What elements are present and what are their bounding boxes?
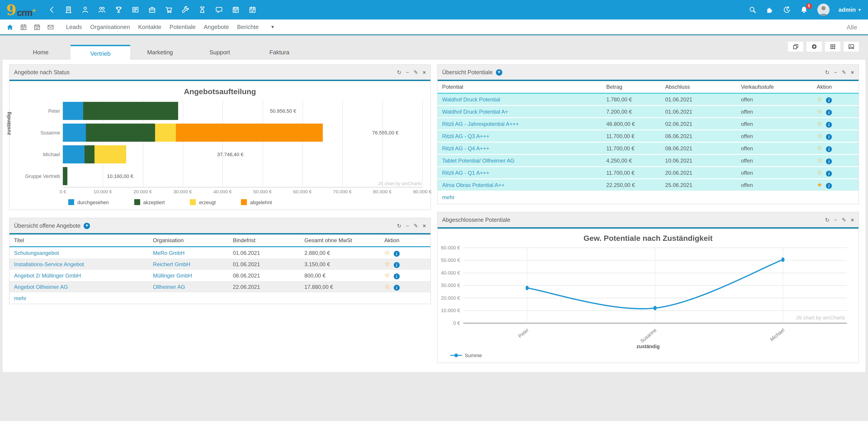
line-point-peter[interactable] <box>526 286 529 290</box>
star-icon[interactable]: ☆ <box>817 169 822 176</box>
edit-icon[interactable]: ✎ <box>842 69 846 75</box>
star-icon[interactable]: ☆ <box>817 157 822 164</box>
potential-link[interactable]: Alma Obras Potential A++ <box>442 182 504 188</box>
tab-faktura[interactable]: Faktura <box>250 45 309 60</box>
image-button[interactable] <box>844 41 859 52</box>
tab-support[interactable]: Support <box>190 45 250 60</box>
close-icon[interactable]: × <box>851 217 854 223</box>
bell-icon[interactable]: 5 <box>800 6 808 14</box>
news-icon[interactable] <box>131 6 140 14</box>
info-icon[interactable]: i <box>826 158 832 164</box>
star-icon[interactable]: ☆ <box>817 145 822 152</box>
legend-item-akzeptiert[interactable]: akzeptiert <box>134 199 164 205</box>
potential-link[interactable]: Ritzli AG - Jahrespotential A+++ <box>442 121 519 127</box>
bar-segment-akzeptiert[interactable] <box>86 123 155 142</box>
minimize-icon[interactable]: − <box>834 69 837 75</box>
nav-link-organisationen[interactable]: Organisationen <box>86 24 134 30</box>
organisation-link[interactable]: MeRo GmbH <box>153 250 184 256</box>
refresh-icon[interactable]: ↻ <box>825 217 830 223</box>
close-icon[interactable]: × <box>423 69 426 75</box>
potential-link[interactable]: Ritzli AG - Q3 A+++ <box>442 133 489 139</box>
info-icon[interactable]: i <box>394 273 400 279</box>
refresh-icon[interactable]: ↻ <box>825 69 830 75</box>
star-icon[interactable]: ☆ <box>384 260 390 268</box>
add-icon[interactable]: + <box>84 223 90 229</box>
user-icon[interactable] <box>81 6 89 14</box>
tab-home[interactable]: Home <box>11 45 70 60</box>
legend-item-erzeugt[interactable]: erzeugt <box>190 199 216 205</box>
bar-segment-durchgesehen[interactable] <box>63 123 86 142</box>
calendar-icon[interactable] <box>20 23 27 31</box>
grid-button[interactable] <box>825 41 840 52</box>
info-icon[interactable]: i <box>826 97 832 103</box>
legend-item-abgelehnt[interactable]: abgelehnt <box>241 199 272 205</box>
wrench-icon[interactable] <box>182 6 190 14</box>
nav-link-angebote[interactable]: Angebote <box>200 24 233 30</box>
potential-link[interactable]: Waldhof Druck Potential <box>442 96 500 103</box>
star-icon[interactable]: ☆ <box>817 96 822 103</box>
hourglass-icon[interactable] <box>198 6 206 14</box>
copy-button[interactable] <box>788 41 803 52</box>
info-icon[interactable]: i <box>826 170 832 176</box>
minimize-icon[interactable]: − <box>406 223 409 228</box>
star-icon[interactable]: ☆ <box>817 120 822 128</box>
tab-vertrieb[interactable]: Vertrieb <box>70 45 130 60</box>
search-icon[interactable] <box>749 6 757 14</box>
nav-link-potentiale[interactable]: Potentiale <box>165 24 200 30</box>
trophy-icon[interactable] <box>115 6 123 14</box>
info-icon[interactable]: i <box>826 109 832 115</box>
bar-segment-akzeptiert[interactable] <box>85 145 95 163</box>
calendar-check-icon[interactable] <box>248 6 256 14</box>
star-icon[interactable]: ☆ <box>384 283 390 290</box>
calendar-icon[interactable] <box>232 6 240 14</box>
nav-more-caret-icon[interactable]: ▼ <box>270 24 275 29</box>
info-icon[interactable]: i <box>826 146 832 152</box>
chat-icon[interactable] <box>215 6 223 14</box>
chevron-left-icon[interactable] <box>48 6 56 14</box>
nav-link-berichte[interactable]: Berichte <box>233 24 263 30</box>
tab-marketing[interactable]: Marketing <box>130 45 190 60</box>
organisation-link[interactable]: Reichert GmbH <box>153 261 190 267</box>
potential-link[interactable]: Waldhof Druck Potential A+ <box>442 108 508 115</box>
bar-segment-erzeugt[interactable] <box>155 123 176 142</box>
user-menu[interactable]: admin ▼ <box>839 6 862 13</box>
logo[interactable]: 9 crm + <box>6 2 36 17</box>
info-icon[interactable]: i <box>826 121 832 128</box>
line-point-michael[interactable] <box>781 257 784 262</box>
bar-segment-erzeugt[interactable] <box>95 145 126 163</box>
angebot-link[interactable]: Angebot Ollheimer AG <box>14 284 68 290</box>
refresh-icon[interactable]: ↻ <box>397 223 401 228</box>
edit-icon[interactable]: ✎ <box>414 69 418 75</box>
bar-segment-akzeptiert[interactable] <box>83 102 178 120</box>
edit-icon[interactable]: ✎ <box>842 217 846 223</box>
history-icon[interactable] <box>783 6 791 14</box>
puzzle-icon[interactable] <box>766 6 774 14</box>
potential-link[interactable]: Tablet Potential/ Ollheimer AG <box>442 157 515 164</box>
refresh-icon[interactable]: ↻ <box>397 69 401 75</box>
angebot-link[interactable]: Installations-Service Angebot <box>14 261 84 267</box>
close-icon[interactable]: × <box>851 69 854 75</box>
plus-circle-button[interactable] <box>807 41 822 52</box>
cart-icon[interactable] <box>165 6 173 14</box>
bar-segment-akzeptiert[interactable] <box>63 167 67 185</box>
potential-link[interactable]: Ritzli AG - Q4 A+++ <box>442 145 489 151</box>
building-icon[interactable] <box>64 6 72 14</box>
briefcase-icon[interactable] <box>148 6 156 14</box>
angebot-link[interactable]: Angebot 2/ Müllinger GmbH <box>14 272 81 279</box>
mail-icon[interactable] <box>47 23 54 31</box>
legend-item-durchgesehen[interactable]: durchgesehen <box>68 199 109 205</box>
home-icon[interactable] <box>6 23 13 31</box>
potential-link[interactable]: Ritzli AG - Q1 A+++ <box>442 170 489 176</box>
bar-segment-durchgesehen[interactable] <box>63 102 83 120</box>
info-icon[interactable]: i <box>394 251 400 256</box>
info-icon[interactable]: i <box>394 284 400 290</box>
avatar[interactable] <box>817 4 830 16</box>
info-icon[interactable]: i <box>826 134 832 140</box>
add-icon[interactable]: + <box>496 69 502 75</box>
info-icon[interactable]: i <box>394 262 400 268</box>
users-icon[interactable] <box>98 6 106 14</box>
organisation-link[interactable]: Müllinger GmbH <box>153 272 192 279</box>
mehr-link[interactable]: mehr <box>442 194 455 200</box>
nav-link-leads[interactable]: Leads <box>62 24 86 30</box>
angebot-link[interactable]: Schulungsangebot <box>14 250 59 256</box>
